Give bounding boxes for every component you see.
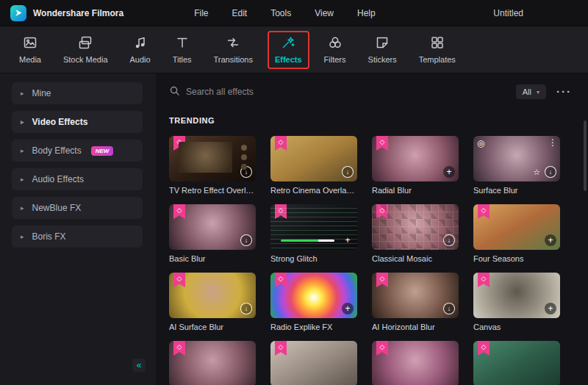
premium-diamond-badge: ◇ [275, 136, 287, 151]
effect-thumbnail[interactable]: ◇ [270, 341, 357, 385]
sidebar-item-label: Audio Effects [32, 174, 85, 184]
add-plus-icon[interactable]: + [545, 303, 556, 314]
effect-thumbnail[interactable]: ◇ ↓ [169, 204, 256, 250]
effect-thumbnail[interactable]: ◇ [169, 341, 256, 385]
effect-card[interactable]: ◎ ⋮ ☆ ↓ Surface Blur [473, 136, 560, 195]
tab-stickers[interactable]: Stickers [361, 31, 404, 69]
sidebar-item-boris-fx[interactable]: ▸ Boris FX [12, 226, 143, 248]
titles-icon [175, 35, 190, 53]
effect-card[interactable]: ◇ [169, 341, 256, 385]
add-plus-icon[interactable]: + [342, 303, 354, 314]
tab-label: Transitions [214, 55, 253, 64]
download-icon[interactable]: ↓ [240, 166, 252, 178]
preview-lens-icon[interactable]: ◎ [477, 138, 484, 148]
sidebar-item-body-effects[interactable]: ▸ Body Effects NEW [12, 140, 143, 162]
add-plus-icon[interactable]: + [545, 234, 556, 246]
effect-card[interactable]: ◇ ↓ Retro Cinema Overlay ... [270, 136, 357, 195]
effect-thumbnail[interactable]: ◇ ↓ [169, 136, 256, 181]
sidebar-collapse-button[interactable]: « [132, 359, 146, 372]
effect-thumbnail[interactable]: ◇ [473, 341, 560, 385]
sidebar-item-newblue-fx[interactable]: ▸ NewBlue FX [12, 197, 143, 219]
effect-thumbnail[interactable]: ◇ + [473, 273, 560, 318]
effect-card[interactable]: ◇ ↓ AI Surface Blur [169, 273, 256, 331]
effect-thumbnail[interactable]: ◇ + [270, 273, 357, 318]
add-plus-icon[interactable]: + [443, 166, 455, 178]
effect-label: Classical Mosaic [372, 254, 459, 263]
effect-card[interactable]: ◇ [270, 341, 357, 385]
effect-thumbnail[interactable]: ◇ [372, 341, 459, 385]
download-icon[interactable]: ↓ [342, 166, 354, 178]
effect-card[interactable]: ◇ [473, 341, 560, 385]
effect-label: Radio Explike FX [270, 323, 357, 331]
effect-thumbnail[interactable]: ◇ ↓ [372, 273, 459, 318]
menu-help[interactable]: Help [357, 8, 376, 18]
effect-card[interactable]: ◇ + Four Seasons [473, 204, 560, 263]
effect-card[interactable]: ◇ ↓ TV Retro Effect Overla... [169, 136, 256, 195]
chevron-down-icon: ▾ [537, 89, 539, 96]
download-icon[interactable]: ↓ [443, 234, 455, 246]
sidebar-item-mine[interactable]: ▸ Mine [12, 82, 143, 104]
effect-label: Basic Blur [169, 254, 256, 263]
download-icon[interactable]: ↓ [545, 166, 556, 178]
tab-audio[interactable]: Audio [123, 31, 158, 69]
tab-label: Filters [324, 55, 346, 64]
sidebar-item-label: Body Effects [32, 145, 82, 156]
tab-label: Audio [130, 55, 151, 64]
sidebar-item-audio-effects[interactable]: ▸ Audio Effects [12, 168, 143, 190]
download-icon[interactable]: ↓ [240, 234, 252, 246]
tab-transitions[interactable]: Transitions [207, 31, 260, 69]
stock-media-icon [78, 35, 93, 53]
tab-templates[interactable]: Templates [412, 31, 463, 69]
menu-view[interactable]: View [315, 8, 334, 18]
effects-grid: ◇ ↓ TV Retro Effect Overla... ◇ ↓ Retro … [169, 136, 572, 385]
effect-thumbnail[interactable]: ◇ + [473, 204, 560, 250]
download-icon[interactable]: ↓ [240, 303, 252, 314]
effect-thumbnail[interactable]: ◇ + [372, 136, 459, 181]
effect-card[interactable]: ◇ ↓ Classical Mosaic [372, 204, 459, 263]
premium-diamond-badge: ◇ [478, 341, 490, 356]
effect-card[interactable]: ◇ + Strong Glitch [270, 204, 357, 263]
effect-card[interactable]: ◇ + Radial Blur [372, 136, 459, 195]
tab-effects[interactable]: Effects [268, 31, 309, 69]
effect-label: AI Surface Blur [169, 323, 256, 331]
premium-diamond-badge: ◇ [275, 341, 287, 356]
tab-stock-media[interactable]: Stock Media [56, 31, 115, 69]
effect-card[interactable]: ◇ ↓ AI Horizontal Blur [372, 273, 459, 331]
more-dots-icon[interactable]: ⋮ [548, 137, 557, 148]
effect-label: Canvas [473, 323, 560, 331]
premium-diamond-badge: ◇ [173, 341, 185, 356]
title-bar: Wondershare Filmora File Edit Tools View… [0, 0, 588, 26]
document-title: Untitled [493, 8, 523, 18]
effect-thumbnail[interactable]: ◎ ⋮ ☆ ↓ [473, 136, 560, 181]
effect-card[interactable]: ◇ + Canvas [473, 273, 560, 331]
effect-thumbnail[interactable]: ◇ ↓ [372, 204, 459, 250]
filmora-logo-icon [10, 5, 26, 21]
search-input[interactable]: Search all effects [169, 85, 516, 99]
effect-card[interactable]: ◇ + Radio Explike FX [270, 273, 357, 331]
tab-titles[interactable]: Titles [165, 31, 199, 69]
toolbar: Media Stock Media Audio Titles Transitio… [0, 26, 588, 73]
filters-icon [328, 35, 343, 53]
effect-thumbnail[interactable]: ◇ + [270, 204, 357, 250]
download-icon[interactable]: ↓ [443, 303, 455, 314]
favorite-star-icon[interactable]: ☆ [533, 168, 540, 177]
more-options-button[interactable]: ··· [556, 88, 572, 96]
effects-sidebar: ▸ Mine ▸ Video Effects ▸ Body Effects NE… [0, 73, 156, 385]
scrollbar[interactable] [584, 120, 587, 191]
effect-thumbnail[interactable]: ◇ ↓ [270, 136, 357, 181]
sidebar-item-video-effects[interactable]: ▸ Video Effects [12, 111, 143, 133]
add-plus-icon[interactable]: + [342, 234, 354, 246]
menu-tools[interactable]: Tools [270, 8, 291, 18]
effect-card[interactable]: ◇ [372, 341, 459, 385]
filter-dropdown[interactable]: All ▾ [516, 84, 546, 99]
premium-diamond-badge: ◇ [275, 273, 287, 287]
menu-file[interactable]: File [194, 8, 208, 18]
sidebar-item-label: Mine [32, 88, 51, 98]
tab-media[interactable]: Media [12, 31, 49, 69]
menu-edit[interactable]: Edit [232, 8, 247, 18]
premium-diamond-badge: ◇ [376, 341, 388, 356]
effect-thumbnail[interactable]: ◇ ↓ [169, 273, 256, 318]
effect-card[interactable]: ◇ ↓ Basic Blur [169, 204, 256, 263]
tab-filters[interactable]: Filters [317, 31, 354, 69]
chevron-right-icon: ▸ [21, 90, 24, 97]
